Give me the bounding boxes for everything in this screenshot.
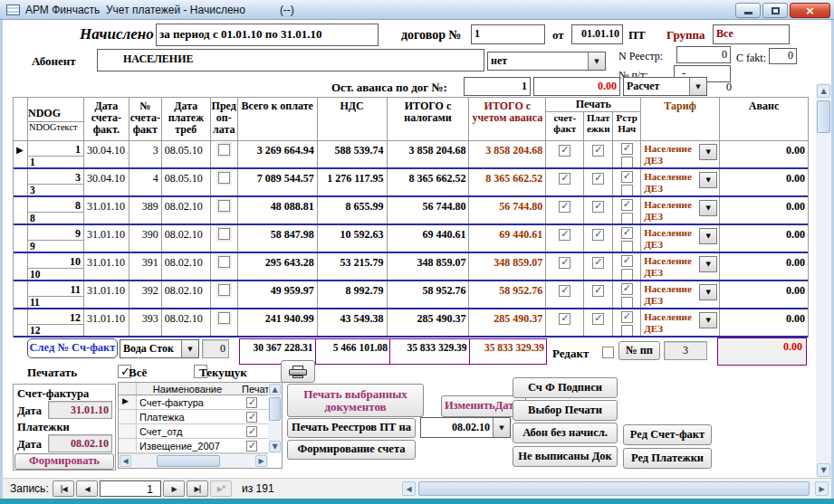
period-field[interactable]: за период с 01.01.10 по 31.01.10 bbox=[156, 24, 379, 46]
row-selector[interactable] bbox=[14, 281, 28, 308]
date-sf-cell[interactable]: 31.01.10 bbox=[84, 197, 129, 223]
num-sf-cell[interactable]: 392 bbox=[129, 281, 162, 308]
maximize-button[interactable] bbox=[762, 3, 788, 18]
date-pt-cell[interactable]: 08.02.10 bbox=[162, 225, 211, 252]
npp-button[interactable]: № пп bbox=[618, 341, 660, 360]
nach-checkbox[interactable] bbox=[621, 185, 633, 195]
ndog-cell[interactable]: 99 bbox=[28, 225, 84, 252]
scrollbar-thumb[interactable] bbox=[157, 455, 220, 467]
tariff-dropdown[interactable] bbox=[699, 256, 717, 272]
total-cell[interactable]: 48 088.81 bbox=[238, 197, 318, 223]
nds-cell[interactable]: 8 655.99 bbox=[318, 197, 388, 223]
doc-print-checkbox[interactable] bbox=[246, 441, 257, 452]
redakt-checkbox[interactable] bbox=[602, 347, 614, 358]
ndog-cell[interactable]: 11 bbox=[28, 141, 84, 167]
print-sf-checkbox[interactable] bbox=[559, 257, 570, 269]
list-item[interactable]: Извещение_2007 bbox=[119, 439, 282, 453]
num-sf-cell[interactable]: 393 bbox=[129, 309, 162, 336]
row-selector[interactable] bbox=[14, 169, 28, 195]
not-issued-button[interactable]: Не выписаны Док bbox=[513, 446, 618, 467]
row-selector[interactable] bbox=[14, 225, 28, 252]
avans-cell[interactable]: 0.00 bbox=[720, 169, 808, 195]
main-scrollbar[interactable]: ▲ ▼ bbox=[816, 83, 831, 478]
tariff-dropdown[interactable] bbox=[699, 144, 717, 160]
tariff-dropdown[interactable] bbox=[699, 172, 717, 188]
sf-date-field[interactable]: 31.01.10 bbox=[48, 401, 112, 419]
print-button[interactable] bbox=[281, 360, 315, 383]
print-sf-checkbox[interactable] bbox=[559, 173, 570, 185]
scroll-up-icon[interactable]: ▲ bbox=[269, 384, 281, 395]
pay-date-field[interactable]: 08.02.10 bbox=[48, 434, 112, 452]
nach-checkbox[interactable] bbox=[621, 269, 633, 280]
itogo-cell[interactable]: 285 490.37 bbox=[388, 309, 470, 336]
pred-checkbox[interactable] bbox=[218, 144, 230, 156]
first-record-button[interactable]: |◀ bbox=[53, 480, 74, 497]
nds-cell[interactable]: 53 215.79 bbox=[318, 253, 388, 280]
nach-checkbox[interactable] bbox=[621, 297, 633, 308]
row-selector[interactable] bbox=[14, 309, 28, 336]
scroll-left-icon[interactable]: ◀ bbox=[120, 455, 131, 467]
date-pt-cell[interactable]: 08.02.10 bbox=[162, 197, 211, 223]
scrollbar-thumb[interactable] bbox=[817, 100, 830, 133]
itogo-avans-cell[interactable]: 69 440.61 bbox=[469, 225, 546, 252]
form-account-button[interactable]: Формирование счета bbox=[287, 440, 416, 460]
date-sf-cell[interactable]: 31.01.10 bbox=[84, 225, 129, 252]
print-sf-checkbox[interactable] bbox=[559, 285, 570, 297]
nach-checkbox[interactable] bbox=[621, 241, 633, 252]
rstr-checkbox[interactable] bbox=[621, 255, 633, 267]
tariff-dropdown[interactable] bbox=[699, 200, 717, 216]
record-number-field[interactable]: 1 bbox=[100, 480, 161, 497]
tariff-dropdown[interactable] bbox=[699, 312, 717, 328]
row-selector[interactable] bbox=[14, 253, 28, 280]
num-sf-cell[interactable]: 3 bbox=[129, 141, 162, 167]
itogo-cell[interactable]: 8 365 662.52 bbox=[388, 169, 470, 195]
ndog-cell[interactable]: 1212 bbox=[28, 309, 84, 336]
ndog-cell[interactable]: 88 bbox=[28, 197, 84, 223]
print-pay-checkbox[interactable] bbox=[592, 201, 604, 213]
nach-checkbox[interactable] bbox=[621, 157, 633, 167]
dropdown-icon[interactable] bbox=[181, 340, 198, 357]
minimize-button[interactable] bbox=[735, 3, 761, 18]
list-item[interactable]: Платежка bbox=[119, 410, 282, 424]
scroll-right-icon[interactable]: ▶ bbox=[255, 455, 267, 467]
next-sf-button[interactable]: След № Сч-факт bbox=[27, 338, 118, 358]
red-pay-button[interactable]: Ред Платежки bbox=[623, 448, 712, 469]
row-selector[interactable] bbox=[14, 197, 28, 223]
print-pay-checkbox[interactable] bbox=[592, 229, 604, 241]
print-pay-checkbox[interactable] bbox=[592, 145, 604, 157]
rstr-checkbox[interactable] bbox=[621, 171, 633, 183]
list-scrollbar[interactable]: ▲ ▼ bbox=[268, 383, 282, 453]
date-sf-cell[interactable]: 31.01.10 bbox=[84, 309, 129, 336]
rstr-checkbox[interactable] bbox=[621, 227, 633, 239]
itogo-cell[interactable]: 69 440.61 bbox=[388, 225, 470, 252]
nds-cell[interactable]: 588 539.74 bbox=[318, 141, 388, 167]
raschet-combo[interactable]: Расчет bbox=[623, 77, 707, 96]
close-button[interactable]: × bbox=[790, 3, 830, 18]
print-pay-checkbox[interactable] bbox=[592, 257, 604, 269]
s-fakt-field[interactable]: 0 bbox=[769, 48, 797, 64]
list-item[interactable]: Счет-фактура bbox=[119, 395, 282, 410]
scrollbar-thumb[interactable] bbox=[269, 397, 281, 421]
pred-checkbox[interactable] bbox=[218, 172, 230, 184]
abonent-field[interactable]: НАСЕЛЕНИЕ bbox=[97, 49, 484, 71]
print-sf-checkbox[interactable] bbox=[559, 145, 570, 157]
service-combo[interactable]: Вода Сток bbox=[120, 339, 199, 358]
scrollbar-thumb[interactable] bbox=[418, 481, 810, 496]
avans-cell[interactable]: 0.00 bbox=[720, 281, 808, 308]
dropdown-icon[interactable] bbox=[588, 52, 605, 70]
dropdown-icon[interactable] bbox=[689, 78, 706, 95]
itogo-cell[interactable]: 56 744.80 bbox=[388, 197, 470, 223]
avans-value-field[interactable]: 0.00 bbox=[533, 77, 620, 96]
nds-cell[interactable]: 10 592.63 bbox=[318, 225, 388, 252]
ndog-cell[interactable]: 1111 bbox=[28, 281, 84, 308]
date-pt-cell[interactable]: 08.02.10 bbox=[162, 309, 211, 336]
print-sf-checkbox[interactable] bbox=[559, 201, 570, 213]
red-sf-button[interactable]: Ред Счет-факт bbox=[623, 424, 712, 445]
num-sf-cell[interactable]: 389 bbox=[129, 197, 162, 223]
scroll-down-icon[interactable]: ▼ bbox=[269, 441, 281, 452]
itogo-avans-cell[interactable]: 8 365 662.52 bbox=[469, 169, 546, 195]
form-button[interactable]: Формировать bbox=[14, 453, 114, 470]
sf-signs-button[interactable]: Сч Ф Подписи bbox=[513, 377, 618, 398]
date-pt-cell[interactable]: 08.02.10 bbox=[162, 281, 211, 308]
ndog-cell[interactable]: 1010 bbox=[28, 253, 84, 280]
